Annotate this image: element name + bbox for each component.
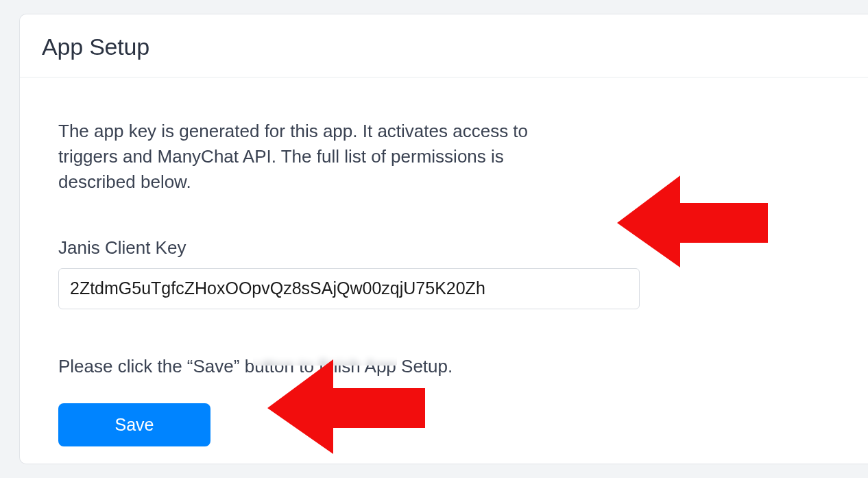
save-button[interactable]: Save [58,403,210,446]
card-body: The app key is generated for this app. I… [20,77,868,474]
card-header: App Setup [20,14,868,77]
page-title: App Setup [42,34,846,60]
app-setup-card: App Setup The app key is generated for t… [19,14,868,464]
save-instruction: Please click the “Save” button to finish… [58,356,830,377]
client-key-label: Janis Client Key [58,237,830,259]
client-key-input[interactable] [58,268,640,309]
app-key-description: The app key is generated for this app. I… [58,119,579,195]
